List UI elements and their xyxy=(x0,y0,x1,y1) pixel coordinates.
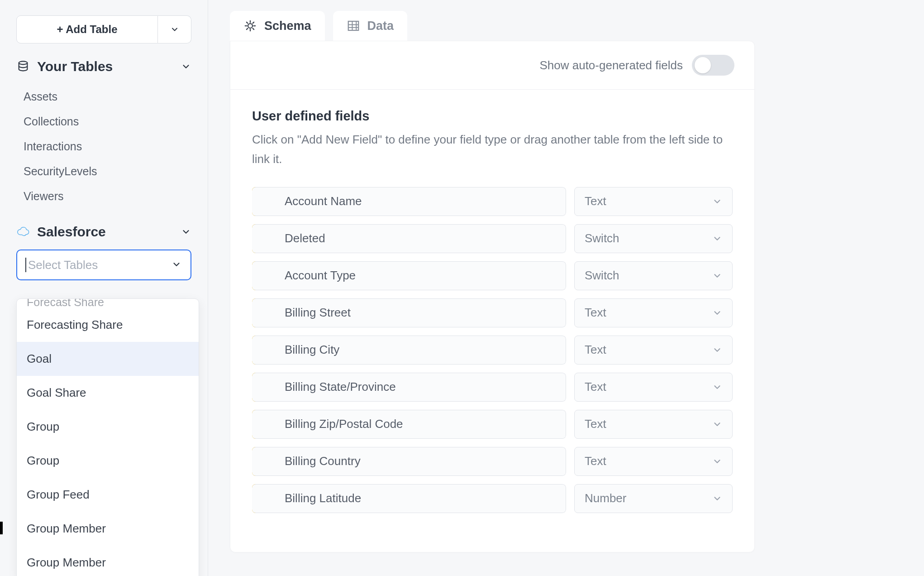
dropdown-option[interactable]: Group Feed xyxy=(17,478,199,512)
your-tables-section-header[interactable]: Your Tables xyxy=(16,59,191,74)
field-row: Billing LatitudeNumber xyxy=(252,484,733,513)
field-type-select[interactable]: Number xyxy=(574,484,733,513)
field-name-input[interactable]: Account Type xyxy=(252,261,566,290)
select-tables-combobox[interactable]: Select Tables xyxy=(16,250,191,280)
field-type-label: Text xyxy=(585,454,606,468)
tab-data-label: Data xyxy=(367,19,394,33)
tab-data[interactable]: Data xyxy=(333,11,408,41)
schema-icon xyxy=(243,19,257,33)
field-name-input[interactable]: Billing State/Province xyxy=(252,373,566,402)
field-row: DeletedSwitch xyxy=(252,224,733,253)
dropdown-partial-item[interactable]: Forecast Share xyxy=(17,299,199,308)
dropdown-option[interactable]: Forecasting Share xyxy=(17,308,199,342)
field-row: Billing CountryText xyxy=(252,447,733,476)
add-table-button[interactable]: + Add Table xyxy=(16,15,158,43)
field-name-input[interactable]: Deleted xyxy=(252,224,566,253)
table-grid-icon xyxy=(347,19,360,33)
field-type-select[interactable]: Switch xyxy=(574,224,733,253)
dropdown-option[interactable]: Group Member xyxy=(17,546,199,576)
add-table-dropdown-button[interactable] xyxy=(158,15,191,43)
field-type-select[interactable]: Text xyxy=(574,373,733,402)
auto-generated-toggle[interactable] xyxy=(692,55,734,76)
sidebar: + Add Table Your Tables AssetsCollection… xyxy=(4,0,208,576)
field-type-label: Number xyxy=(585,491,626,505)
svg-rect-2 xyxy=(348,21,358,30)
field-name-input[interactable]: Billing City xyxy=(252,336,566,365)
dropdown-option[interactable]: Goal Share xyxy=(17,376,199,410)
field-type-select[interactable]: Text xyxy=(574,298,733,327)
toggle-knob xyxy=(695,57,711,73)
field-type-select[interactable]: Text xyxy=(574,187,733,216)
chevron-down-icon xyxy=(712,234,722,244)
select-tables-dropdown: Forecast Share Forecasting ShareGoalGoal… xyxy=(16,298,199,576)
field-type-select[interactable]: Text xyxy=(574,336,733,365)
field-type-label: Text xyxy=(585,417,606,431)
field-type-label: Text xyxy=(585,306,606,320)
dropdown-option[interactable]: Group xyxy=(17,444,199,478)
chevron-down-icon xyxy=(712,345,722,355)
auto-generated-toggle-row: Show auto-generated fields xyxy=(230,41,754,90)
user-defined-fields-description: Click on "Add New Field" to define your … xyxy=(252,130,727,169)
auto-generated-toggle-label: Show auto-generated fields xyxy=(539,58,683,72)
field-name-input[interactable]: Billing Street xyxy=(252,298,566,327)
tab-schema[interactable]: Schema xyxy=(230,11,325,41)
field-type-label: Switch xyxy=(585,231,619,245)
field-type-label: Text xyxy=(585,380,606,394)
field-type-label: Switch xyxy=(585,269,619,283)
field-name-input[interactable]: Billing Latitude xyxy=(252,484,566,513)
salesforce-label: Salesforce xyxy=(37,224,173,240)
salesforce-cloud-icon xyxy=(16,225,30,239)
select-tables-placeholder: Select Tables xyxy=(28,258,171,272)
chevron-down-icon xyxy=(170,25,179,34)
table-item[interactable]: SecurityLevels xyxy=(16,159,191,184)
field-row: Account NameText xyxy=(252,187,733,216)
your-tables-list: AssetsCollectionsInteractionsSecurityLev… xyxy=(16,84,191,209)
chevron-down-icon xyxy=(712,382,722,392)
chevron-down-icon xyxy=(712,197,722,206)
chevron-down-icon xyxy=(171,259,182,270)
your-tables-label: Your Tables xyxy=(37,59,173,74)
field-name-input[interactable]: Account Name xyxy=(252,187,566,216)
tab-schema-label: Schema xyxy=(264,19,311,33)
field-type-label: Text xyxy=(585,194,606,208)
dropdown-option[interactable]: Group Member xyxy=(17,512,199,546)
edge-marker xyxy=(0,522,3,534)
table-item[interactable]: Assets xyxy=(16,84,191,109)
dropdown-option[interactable]: Group xyxy=(17,410,199,444)
chevron-down-icon xyxy=(712,308,722,318)
content-card: Show auto-generated fields User defined … xyxy=(230,41,755,552)
salesforce-section-header[interactable]: Salesforce xyxy=(16,224,191,240)
svg-point-0 xyxy=(19,61,28,64)
text-cursor xyxy=(25,258,26,272)
field-type-label: Text xyxy=(585,343,606,357)
field-row: Billing State/ProvinceText xyxy=(252,373,733,402)
table-item[interactable]: Viewers xyxy=(16,184,191,209)
tabs: Schema Data xyxy=(230,11,911,41)
chevron-down-icon xyxy=(712,419,722,429)
main-content: Schema Data Show auto-generated fields U… xyxy=(208,0,924,576)
chevron-down-icon xyxy=(712,456,722,466)
table-item[interactable]: Interactions xyxy=(16,134,191,159)
user-defined-fields-title: User defined fields xyxy=(252,109,733,124)
svg-point-1 xyxy=(248,24,252,28)
chevron-down-icon xyxy=(181,226,191,237)
chevron-down-icon xyxy=(712,271,722,281)
field-row: Account TypeSwitch xyxy=(252,261,733,290)
dropdown-option[interactable]: Goal xyxy=(17,342,199,376)
field-row: Billing Zip/Postal CodeText xyxy=(252,410,733,439)
field-name-input[interactable]: Billing Country xyxy=(252,447,566,476)
field-type-select[interactable]: Text xyxy=(574,447,733,476)
field-type-select[interactable]: Switch xyxy=(574,261,733,290)
fields-list: Account NameTextDeletedSwitchAccount Typ… xyxy=(252,187,733,513)
field-row: Billing StreetText xyxy=(252,298,733,327)
field-name-input[interactable]: Billing Zip/Postal Code xyxy=(252,410,566,439)
database-icon xyxy=(16,60,30,73)
field-row: Billing CityText xyxy=(252,336,733,365)
table-item[interactable]: Collections xyxy=(16,109,191,134)
field-type-select[interactable]: Text xyxy=(574,410,733,439)
chevron-down-icon xyxy=(181,61,191,72)
chevron-down-icon xyxy=(712,494,722,504)
